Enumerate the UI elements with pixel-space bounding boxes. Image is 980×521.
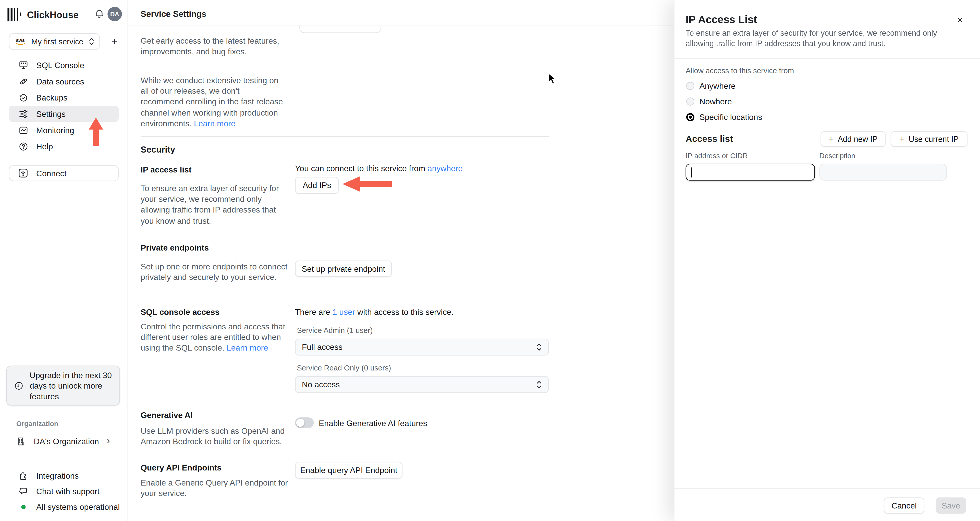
generative-ai-toggle-label: Enable Generative AI features	[319, 419, 427, 428]
query-api-desc: Enable a Generic Query API endpoint for …	[141, 477, 292, 499]
upgrade-notice-text: Upgrade in the next 30 days to unlock mo…	[30, 370, 115, 402]
brand-name: ClickHouse	[27, 9, 79, 20]
generative-ai-toggle[interactable]	[295, 418, 313, 428]
status-green-dot-icon	[21, 505, 25, 509]
anywhere-link[interactable]: anywhere	[428, 164, 463, 173]
generative-ai-title: Generative AI	[141, 410, 192, 420]
plus-icon: +	[900, 135, 904, 144]
radio-label: Specific locations	[699, 112, 762, 122]
service-readonly-label: Service Read Only (0 users)	[297, 364, 391, 372]
service-selector-label: My first service	[31, 37, 89, 46]
sql-console-icon	[19, 60, 28, 70]
radio-nowhere[interactable]: Nowhere	[686, 96, 732, 106]
learn-more-link[interactable]: Learn more	[194, 119, 235, 128]
notifications-bell-icon[interactable]	[94, 9, 105, 20]
annotation-arrow-add-ips	[342, 176, 392, 192]
radio-circle-icon	[686, 82, 694, 90]
connect-from-text: You can connect to this service from any…	[295, 164, 463, 173]
radio-label: Anywhere	[699, 81, 735, 91]
private-endpoints-title: Private endpoints	[141, 243, 209, 253]
organization-row[interactable]: DA's Organization ›	[9, 434, 119, 449]
description-field-label: Description	[819, 152, 856, 159]
connect-button[interactable]: Connect	[9, 165, 119, 181]
use-current-ip-button[interactable]: + Use current IP	[891, 131, 967, 147]
panel-divider	[674, 58, 980, 59]
sidebar-item-label: Help	[36, 141, 53, 151]
learn-more-link-sql[interactable]: Learn more	[227, 343, 268, 353]
sidebar-item-label: Backups	[36, 93, 67, 102]
radio-circle-selected-icon	[686, 113, 694, 121]
upgrade-notice[interactable]: Upgrade in the next 30 days to unlock mo…	[6, 365, 120, 406]
sidebar: ClickHouse DA aws My first service	[0, 0, 128, 521]
radio-anywhere[interactable]: Anywhere	[686, 81, 735, 91]
add-new-ip-button[interactable]: + Add new IP	[821, 131, 886, 147]
security-section-title: Security	[141, 145, 175, 154]
sql-users-text: There are 1 user with access to this ser…	[295, 307, 453, 317]
fast-release-paragraph-1: Get early access to the latest features,…	[141, 36, 284, 57]
sidebar-item-chat-support[interactable]: Chat with support	[9, 484, 121, 499]
close-icon[interactable]: ✕	[956, 15, 964, 25]
radio-specific-locations[interactable]: Specific locations	[686, 112, 762, 122]
sidebar-item-settings[interactable]: Settings	[9, 106, 119, 122]
panel-title: IP Access List	[686, 14, 757, 26]
sql-users-suffix: with access to this service.	[355, 307, 453, 317]
toggle-knob	[296, 419, 304, 427]
status-label: All systems operational	[36, 502, 120, 512]
service-admin-select[interactable]: Full access	[295, 338, 549, 356]
building-icon	[16, 437, 26, 446]
setup-private-endpoint-button[interactable]: Set up private endpoint	[295, 260, 392, 277]
add-ips-button[interactable]: Add IPs	[295, 177, 339, 194]
sql-console-access-desc: Control the permissions and access that …	[141, 321, 291, 353]
clickhouse-app: ClickHouse DA aws My first service	[0, 0, 980, 521]
sidebar-item-backups[interactable]: Backups	[9, 89, 119, 106]
description-input[interactable]	[819, 164, 947, 181]
service-readonly-select[interactable]: No access	[295, 376, 549, 393]
chevron-updown-icon	[536, 343, 542, 351]
system-status-row[interactable]: All systems operational	[9, 499, 121, 515]
sidebar-footer: Integrations Chat with support All syste…	[9, 468, 121, 515]
help-icon	[19, 141, 28, 151]
organization-name: DA's Organization	[34, 437, 99, 446]
ip-access-list-title: IP access list	[141, 165, 191, 175]
query-api-title: Query API Endpoints	[141, 463, 221, 473]
wifi-icon	[18, 168, 28, 178]
chevron-updown-icon	[89, 38, 94, 46]
text-caret	[691, 167, 692, 177]
enable-query-api-button[interactable]: Enable query API Endpoint	[295, 462, 402, 479]
access-list-title: Access list	[686, 134, 733, 144]
ip-access-list-desc: To ensure an extra layer of security for…	[141, 183, 286, 226]
data-sources-icon	[19, 76, 28, 86]
aws-icon: aws	[15, 38, 26, 45]
fast-release-paragraph-2: While we conduct extensive testing on al…	[141, 75, 283, 129]
service-selector[interactable]: aws My first service	[9, 33, 100, 50]
organization-section-label: Organization	[16, 420, 59, 427]
cancel-button[interactable]: Cancel	[884, 497, 924, 514]
chevron-updown-icon	[536, 380, 542, 389]
sidebar-item-label: SQL Console	[36, 60, 84, 70]
avatar[interactable]: DA	[107, 7, 122, 21]
section-divider	[141, 136, 549, 137]
add-service-button[interactable]: +	[109, 35, 120, 48]
clock-icon	[14, 381, 23, 390]
sidebar-item-data-sources[interactable]: Data sources	[9, 73, 119, 89]
ip-cidr-input[interactable]	[686, 164, 815, 181]
page-title: Service Settings	[141, 10, 206, 19]
settings-icon	[19, 109, 28, 118]
ip-access-list-panel: IP Access List ✕ To ensure an extra laye…	[674, 0, 980, 521]
one-user-link[interactable]: 1 user	[332, 307, 355, 317]
sidebar-item-monitoring[interactable]: Monitoring	[9, 122, 119, 138]
service-readonly-select-value: No access	[302, 380, 340, 389]
sidebar-nav: SQL Console Data sources Backups	[9, 57, 119, 154]
fast-release-channel-select-partial[interactable]	[299, 26, 381, 33]
sql-users-prefix: There are	[295, 307, 332, 317]
save-button[interactable]: Save	[935, 497, 966, 514]
sidebar-item-sql-console[interactable]: SQL Console	[9, 57, 119, 73]
service-selector-row: aws My first service +	[9, 33, 120, 50]
page-header: Service Settings	[128, 0, 674, 26]
sidebar-item-help[interactable]: Help	[9, 138, 119, 154]
sidebar-item-integrations[interactable]: Integrations	[9, 468, 121, 483]
puzzle-icon	[19, 471, 28, 481]
sidebar-item-label: Monitoring	[36, 125, 74, 135]
allow-access-label: Allow access to this service from	[686, 66, 794, 75]
backups-icon	[19, 93, 28, 102]
